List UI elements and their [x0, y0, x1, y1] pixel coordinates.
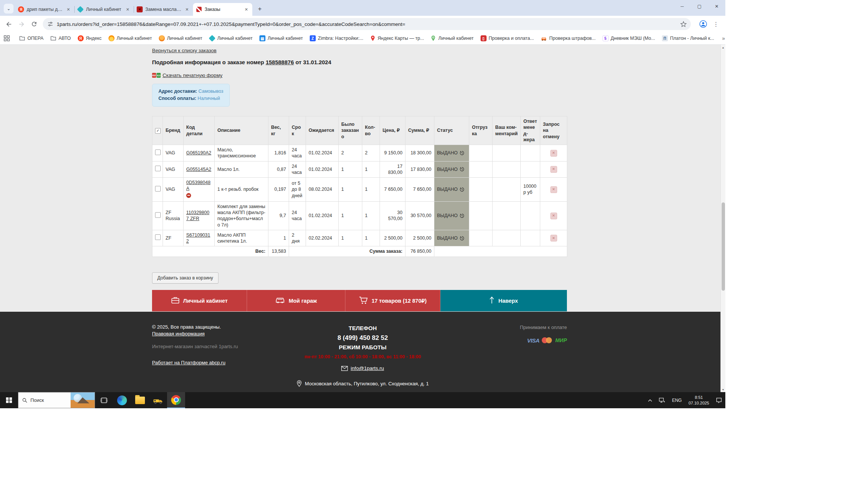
url-bar[interactable]: 1parts.ru/orders?id_order=158588876&date… [43, 18, 691, 30]
tray-chevron-button[interactable] [645, 392, 656, 408]
browser-tab[interactable]: Заказы✕ [193, 3, 252, 16]
bookmark-item[interactable]: ЯЯндекс [74, 33, 105, 43]
bookmark-item[interactable]: ZZimbra: Настройки:... [306, 33, 367, 43]
cancel-request-cell: ✕ [540, 145, 567, 161]
part-code-link[interactable]: G055145A2 [186, 167, 211, 172]
cancel-request-button[interactable]: ✕ [550, 235, 557, 241]
bookmark-label: Платон - Личный к... [670, 36, 714, 41]
start-button[interactable] [0, 392, 18, 408]
bookmark-star-button[interactable] [678, 18, 689, 30]
part-code-cell: G065190A2 [184, 145, 215, 161]
browser-tab[interactable]: ✕Замена масла CVT на модели✕ [134, 3, 193, 16]
browser-tab[interactable]: Ядрип пакеты для кофе — Янд✕ [15, 3, 74, 16]
back-to-orders-link[interactable]: Вернуться к списку заказов [152, 48, 217, 53]
forward-button[interactable] [15, 18, 28, 30]
row-checkbox[interactable] [155, 186, 161, 192]
weight-total-label: Вес: [152, 246, 268, 257]
bookmark-item[interactable]: 5Дневник МЭШ (Мо... [599, 33, 659, 43]
star-icon [680, 21, 687, 27]
tab-close-icon[interactable]: ✕ [184, 6, 190, 12]
bookmark-item[interactable]: АВТО [47, 33, 74, 43]
url-text[interactable]: 1parts.ru/orders?id_order=158588876&date… [57, 21, 678, 27]
task-view-button[interactable] [95, 392, 113, 408]
bookmark-label: Личный кабинет [268, 36, 303, 41]
cancel-request-button[interactable]: ✕ [550, 166, 557, 173]
network-button[interactable] [656, 392, 669, 408]
bookmark-item[interactable]: Яндекс Карты — тр... [367, 33, 428, 43]
maximize-button[interactable]: ▢ [691, 0, 708, 13]
scroll-up-arrow[interactable]: ▲ [721, 45, 725, 50]
bookmark-item[interactable]: Личный кабинет [427, 33, 477, 43]
language-indicator[interactable]: ENG [669, 392, 685, 408]
download-print-form-link[interactable]: Скачать печатную форму [163, 72, 223, 78]
car-icon [275, 297, 285, 305]
scroll-down-arrow[interactable]: ▼ [721, 387, 725, 392]
platform-link[interactable]: Работает на Платформе abcp.ru [152, 359, 225, 366]
tab-close-icon[interactable]: ✕ [243, 6, 249, 12]
truck-app-button[interactable] [149, 392, 167, 408]
close-button[interactable]: ✕ [708, 0, 725, 13]
new-tab-button[interactable]: + [255, 4, 265, 14]
chrome-button[interactable] [167, 392, 185, 408]
bookmark-item[interactable]: Личный кабинет [155, 33, 206, 43]
sum-cell: 2 500,00 [405, 230, 434, 246]
column-header: Отгрузка [469, 116, 493, 145]
scrollbar-thumb[interactable] [722, 202, 725, 291]
legal-info-link[interactable]: Правовая информация [152, 331, 205, 337]
apps-grid-button[interactable] [4, 35, 10, 41]
status-text: ВЫДАНО [437, 213, 458, 219]
minimize-button[interactable]: ─ [674, 0, 691, 13]
order-sum-value: 76 850,00 [405, 246, 434, 257]
page-scrollbar[interactable]: ▲ ▼ [720, 45, 725, 392]
bookmark-item[interactable]: Проверка штрафов... [537, 33, 599, 43]
bookmark-item[interactable]: Личный кабинет [105, 33, 155, 43]
tab-close-icon[interactable]: ✕ [125, 6, 131, 12]
tab-close-icon[interactable]: ✕ [65, 6, 71, 12]
clock[interactable]: 8:5107.10.2025 [685, 392, 713, 408]
menu-button[interactable]: ⋮ [710, 18, 722, 30]
row-checkbox[interactable] [155, 234, 161, 240]
taskbar-search-box[interactable]: Поиск [18, 392, 95, 408]
site-nav-item[interactable]: 17 товаров (12 870₽) [345, 290, 440, 311]
select-all-checkbox[interactable]: ✓ [155, 128, 161, 134]
price-cell: 30 570,00 [380, 201, 405, 230]
part-code-link[interactable]: G065190A2 [186, 150, 211, 155]
bookmark-item[interactable]: ОПЕРА [16, 33, 47, 43]
part-code-link[interactable]: S671090312 [186, 232, 210, 244]
cancel-request-button[interactable]: ✕ [550, 150, 557, 157]
row-checkbox[interactable] [155, 166, 161, 171]
bookmark-item[interactable]: ▯Проверка и оплата... [477, 33, 538, 43]
part-code-link[interactable]: 1103298007 ZFR [186, 210, 209, 221]
bookmarks-overflow-button[interactable]: » [719, 35, 728, 41]
delivery-value-link[interactable]: Самовывоз [199, 89, 223, 94]
bookmark-label: Личный кабинет [217, 36, 253, 41]
status-cell: ВЫДАНО [434, 161, 469, 178]
notification-button[interactable] [713, 392, 725, 408]
part-code-link[interactable]: 0D5398048A [186, 180, 211, 191]
row-checkbox[interactable] [155, 212, 161, 218]
payment-value-link[interactable]: Наличный [197, 96, 220, 101]
site-nav-item[interactable]: Мой гараж [247, 290, 345, 311]
reload-button[interactable] [28, 18, 41, 30]
row-checkbox[interactable] [155, 149, 161, 155]
cancel-request-button[interactable]: ✕ [550, 213, 557, 219]
edge-button[interactable] [113, 392, 131, 408]
bookmark-item[interactable]: ППлатон - Личный к... [659, 33, 717, 43]
weather-widget[interactable] [71, 392, 95, 408]
email-link[interactable]: info@1parts.ru [351, 365, 384, 371]
price-cell: 9 150,00 [380, 145, 405, 161]
qty-cell: 1 [362, 230, 380, 246]
browser-tab[interactable]: Личный кабинет✕ [74, 3, 134, 16]
add-order-to-cart-button[interactable]: Добавить заказ в корзину [152, 272, 219, 284]
weight-cell: 1 [268, 230, 289, 246]
price-cell: 2 500,00 [380, 230, 405, 246]
file-explorer-button[interactable] [131, 392, 149, 408]
back-button[interactable] [2, 18, 15, 30]
profile-button[interactable] [697, 18, 710, 30]
bookmark-item[interactable]: Личный кабинет [206, 33, 256, 43]
site-nav-to-top[interactable]: Наверх [440, 290, 567, 311]
site-nav-item[interactable]: Личный кабинет [152, 290, 247, 311]
cancel-request-button[interactable]: ✕ [550, 186, 557, 193]
bookmark-item[interactable]: ▤Личный кабинет [256, 33, 306, 43]
tab-search-button[interactable]: ⌄ [4, 4, 14, 14]
